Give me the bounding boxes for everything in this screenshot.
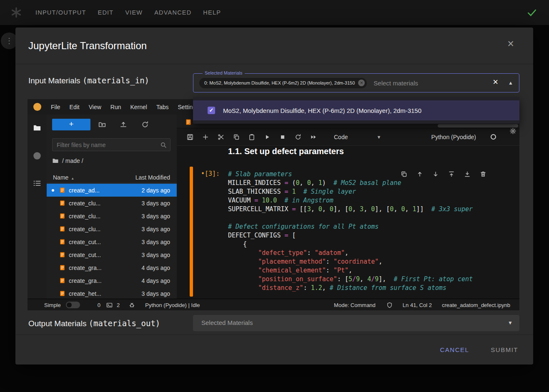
bug-icon[interactable]: [129, 302, 135, 308]
new-folder-icon[interactable]: [98, 121, 106, 128]
jmenu-view[interactable]: View: [89, 104, 101, 110]
active-cell-bar[interactable]: [190, 167, 193, 297]
jmenu-tabs[interactable]: Tabs: [156, 104, 169, 110]
file-row[interactable]: create_cut...3 days ago: [47, 248, 177, 261]
restart-run-all-icon[interactable]: [310, 134, 317, 140]
app-logo-icon: [11, 7, 22, 20]
menu-view[interactable]: VIEW: [125, 9, 143, 16]
materials-dropdown: ✓ MoS2, Molybdenum Disulfide, HEX (P-6m2…: [193, 97, 519, 124]
sort-asc-icon: ▲: [71, 177, 74, 180]
jmenu-run[interactable]: Run: [110, 104, 121, 110]
material-option[interactable]: ✓ MoS2, Molybdenum Disulfide, HEX (P-6m2…: [193, 100, 519, 120]
cut-icon[interactable]: [218, 134, 224, 140]
jmenu-file[interactable]: File: [51, 104, 60, 110]
selected-materials-field[interactable]: Selected Materials 0: MoS2, Molybdenum D…: [193, 73, 519, 92]
dialog-footer: CANCEL SUBMIT: [15, 335, 533, 365]
insert-cell-above-icon[interactable]: [448, 171, 455, 177]
notebook-file-icon: [59, 213, 65, 219]
scrollbar-thumb[interactable]: [438, 124, 518, 127]
save-icon[interactable]: [187, 134, 193, 140]
cursor-position[interactable]: Ln 41, Col 2: [403, 302, 432, 308]
restart-kernel-icon[interactable]: [295, 134, 301, 140]
code-line: "defect_type": "adatom",: [228, 249, 519, 257]
file-browser-icon[interactable]: [33, 124, 41, 132]
running-sessions-icon[interactable]: [33, 152, 41, 160]
add-cell-icon[interactable]: [202, 134, 209, 140]
current-filename: create_adatom_defect.ipynb: [442, 302, 510, 308]
chevron-down-icon[interactable]: ▼: [376, 135, 381, 140]
code-line: "chemical_element": "Pt",: [228, 266, 519, 275]
notebook-file-icon: [59, 290, 65, 297]
background-menu-button[interactable]: ⋮: [1, 32, 18, 49]
material-option-label: MoS2, Molybdenum Disulfide, HEX (P-6m2) …: [223, 107, 421, 114]
shield-icon: [386, 302, 393, 308]
notebook-file-icon: [59, 277, 65, 284]
upload-icon[interactable]: [120, 121, 127, 128]
menu-help[interactable]: HELP: [203, 9, 221, 16]
jmenu-edit[interactable]: Edit: [70, 104, 80, 110]
delete-cell-icon[interactable]: [480, 171, 486, 177]
menu-input-output[interactable]: INPUT/OUTPUT: [35, 9, 86, 16]
insert-cell-below-icon[interactable]: [464, 171, 471, 177]
duplicate-cell-icon[interactable]: [401, 171, 407, 177]
refresh-icon[interactable]: [141, 121, 149, 128]
code-line: DEFECT_CONFIGS = [: [228, 231, 519, 240]
move-cell-down-icon[interactable]: [432, 171, 439, 177]
menu-edit[interactable]: EDIT: [98, 9, 114, 16]
file-filter-input[interactable]: [53, 142, 160, 148]
kernel-dot-icon: [52, 189, 54, 192]
gear-icon[interactable]: [509, 127, 516, 135]
clear-selection-icon[interactable]: ×: [493, 77, 498, 87]
chip-remove-icon[interactable]: ×: [358, 80, 365, 86]
simple-mode-toggle[interactable]: [66, 302, 80, 308]
kernel-name[interactable]: Python (Pyodide): [431, 134, 476, 140]
jupyterlite-transformation-dialog: JupyterLite Transformation × Input Mater…: [15, 27, 533, 365]
move-cell-up-icon[interactable]: [416, 171, 423, 177]
kernel-count: 2: [117, 302, 120, 308]
material-chip[interactable]: 0: MoS2, Molybdenum Disulfide, HEX (P-6m…: [199, 78, 367, 88]
checkbox-checked-icon[interactable]: ✓: [208, 107, 215, 114]
file-row[interactable]: create_clu...3 days ago: [47, 197, 177, 210]
chevron-up-icon[interactable]: ▲: [508, 80, 513, 86]
cancel-button[interactable]: CANCEL: [440, 346, 469, 353]
command-mode[interactable]: Mode: Command: [334, 302, 376, 308]
file-row[interactable]: create_cut...3 days ago: [47, 235, 177, 248]
kernel-state[interactable]: Python (Pyodide) | Idle: [145, 302, 200, 308]
code-line: MILLER_INDICES = (0, 0, 1) # MoS2 basal …: [228, 179, 519, 187]
file-row[interactable]: create_clu...3 days ago: [47, 210, 177, 222]
app-menubar: INPUT/OUTPUT EDIT VIEW ADVANCED HELP: [0, 0, 549, 25]
column-last-modified[interactable]: Last Modified: [135, 174, 170, 181]
accept-check-icon[interactable]: [526, 7, 537, 20]
notebook-file-icon: [59, 265, 65, 271]
close-icon[interactable]: ×: [507, 38, 514, 50]
file-row[interactable]: create_ad...2 days ago: [47, 184, 177, 197]
kernel-status-icon[interactable]: [491, 134, 496, 140]
code-line: "distance_z": 1.2, # Distance from surfa…: [228, 284, 519, 292]
code-editor[interactable]: # Slab parametersMILLER_INDICES = (0, 0,…: [228, 170, 519, 299]
menu-advanced[interactable]: ADVANCED: [154, 9, 191, 16]
breadcrumb[interactable]: / made /: [52, 157, 83, 164]
code-line: SUPERCELL_MATRIX = [[3, 0, 0], [0, 3, 0]…: [228, 205, 519, 214]
file-row[interactable]: create_het...3 days ago: [47, 287, 177, 299]
table-of-contents-icon[interactable]: [33, 179, 41, 187]
notebook-file-icon: [59, 187, 65, 193]
code-line: VACUUM = 10.0 # in Angstrom: [228, 196, 519, 205]
column-name[interactable]: Name▲: [53, 174, 74, 181]
new-launcher-button[interactable]: +: [52, 119, 90, 130]
notebook-tab-icon[interactable]: [185, 119, 192, 125]
output-materials-label: Output Materials (materials_out): [28, 319, 160, 328]
breadcrumb-path: / made /: [62, 157, 83, 164]
output-materials-select[interactable]: Selected Materials ▼: [193, 315, 519, 331]
notebook-file-icon: [59, 226, 65, 232]
file-list-header: Name▲ Last Modified: [47, 173, 177, 183]
file-row[interactable]: create_clu...3 days ago: [47, 222, 177, 235]
file-row[interactable]: create_gra...4 days ago: [47, 261, 177, 274]
paste-icon[interactable]: [248, 134, 255, 140]
run-icon[interactable]: [264, 134, 271, 140]
file-row[interactable]: create_gra...4 days ago: [47, 274, 177, 287]
jmenu-kernel[interactable]: Kernel: [130, 104, 147, 110]
stop-icon[interactable]: [279, 134, 286, 140]
submit-button[interactable]: SUBMIT: [491, 346, 518, 353]
cell-type-select[interactable]: Code: [334, 134, 348, 140]
copy-icon[interactable]: [233, 134, 240, 140]
